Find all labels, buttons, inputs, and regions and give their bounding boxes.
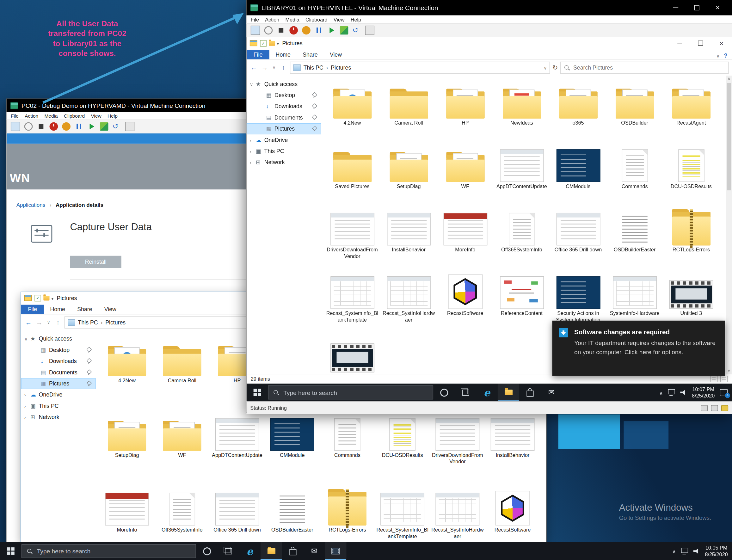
address-bar[interactable]: This PC Pictures — [290, 62, 550, 74]
ribbon-tab[interactable]: Home — [269, 50, 297, 59]
file-item[interactable]: Camera Roll — [380, 79, 437, 134]
minimize-button[interactable] — [665, 0, 686, 15]
nav-item[interactable]: Documents — [247, 112, 321, 123]
menu-item[interactable]: File — [251, 16, 259, 22]
menu-item[interactable]: Help — [108, 113, 118, 119]
menu-item[interactable]: Media — [44, 113, 58, 119]
show-hidden-icons-button[interactable] — [672, 547, 676, 556]
file-item[interactable]: Off365SystemInfo — [155, 486, 210, 541]
task-view-button[interactable] — [218, 542, 239, 560]
nav-item[interactable]: Downloads — [247, 101, 321, 112]
revert-button[interactable] — [353, 26, 361, 35]
help-icon[interactable] — [724, 51, 727, 59]
file-item[interactable]: AppDTContentUpdate — [210, 412, 265, 467]
file-item[interactable]: OSDBuilderEaster — [265, 486, 320, 541]
turn-off-button[interactable] — [49, 122, 58, 131]
edge-button[interactable] — [476, 384, 498, 401]
file-item[interactable]: InstallBehavior — [380, 206, 437, 261]
taskbar-search-box[interactable] — [268, 385, 433, 399]
file-item[interactable]: Recast_SystemInfo_BlankTemplate — [324, 270, 381, 325]
shutdown-button[interactable] — [302, 26, 311, 35]
quick-access-properties-icon[interactable] — [260, 40, 267, 46]
menu-item[interactable]: Action — [25, 113, 38, 119]
revert-button[interactable] — [113, 122, 121, 131]
menu-item[interactable]: File — [11, 113, 19, 119]
ctrl-alt-del-button[interactable] — [11, 122, 20, 131]
file-item[interactable]: RecastSoftware — [485, 486, 540, 541]
nav-item[interactable]: › This PC — [21, 400, 95, 411]
ribbon-tab[interactable]: Home — [44, 305, 71, 314]
checkpoint-button[interactable] — [100, 122, 108, 131]
file-item[interactable]: InstallBehavior — [485, 412, 540, 467]
tree-chevron-icon[interactable]: ∨ — [24, 336, 30, 341]
file-item[interactable]: OSDBuilder — [606, 79, 663, 134]
nav-item[interactable]: › This PC — [247, 145, 321, 157]
volume-icon[interactable] — [693, 548, 700, 554]
file-item[interactable]: Commands — [606, 143, 663, 198]
file-item[interactable]: Recast_SystInfoHardwaer — [380, 270, 437, 325]
quick-access-properties-icon[interactable] — [34, 295, 41, 301]
file-item[interactable]: Commands — [320, 412, 375, 467]
file-item[interactable] — [324, 333, 381, 374]
breadcrumb-this-pc[interactable]: This PC — [78, 319, 98, 326]
file-explorer-button[interactable] — [498, 384, 519, 401]
file-item[interactable]: 4.2New — [324, 79, 381, 134]
refresh-button[interactable] — [552, 64, 558, 72]
tree-chevron-icon[interactable]: › — [250, 160, 256, 165]
recent-locations-dropdown[interactable]: ∨ — [46, 320, 52, 325]
resume-button[interactable] — [87, 122, 96, 131]
tree-chevron-icon[interactable]: › — [24, 415, 30, 420]
reinstall-button[interactable]: Reinstall — [70, 256, 121, 268]
file-item[interactable]: Office 365 Drill down — [550, 206, 606, 261]
pause-button[interactable] — [315, 26, 323, 35]
forward-button[interactable]: → — [261, 64, 269, 71]
menu-item[interactable]: Action — [265, 16, 279, 22]
nav-item[interactable]: Desktop — [247, 89, 321, 101]
file-item[interactable]: OSDBuilderEaster — [606, 206, 663, 261]
taskbar-search-input[interactable] — [36, 547, 191, 555]
ribbon-tab[interactable]: View — [324, 50, 348, 59]
file-item[interactable]: DriversDownloadFromVendor — [324, 206, 381, 261]
tree-chevron-icon[interactable]: › — [250, 149, 256, 154]
start-button[interactable] — [247, 384, 268, 401]
nav-item[interactable]: Documents — [21, 367, 95, 378]
explorer-titlebar[interactable]: Pictures — [247, 37, 732, 49]
store-button[interactable] — [282, 542, 304, 560]
tab-file[interactable]: File — [21, 305, 44, 314]
file-item[interactable]: Untitled 3 — [663, 270, 719, 325]
menu-item[interactable]: Media — [286, 16, 299, 22]
nav-item[interactable]: › OneDrive — [21, 389, 95, 400]
file-item[interactable]: MoreInfo — [437, 206, 494, 261]
mail-button[interactable] — [304, 542, 325, 560]
quick-access-dropdown-icon[interactable] — [51, 295, 53, 301]
file-item[interactable]: Camera Roll — [155, 337, 210, 392]
stop-vm-button[interactable] — [277, 26, 286, 35]
file-item[interactable]: SetupDiag — [380, 143, 437, 198]
network-icon[interactable] — [668, 389, 675, 394]
file-item[interactable]: RecastSoftware — [437, 270, 494, 325]
enhanced-session-button[interactable] — [125, 122, 135, 131]
nav-item[interactable]: › Network — [247, 157, 321, 168]
store-button[interactable] — [519, 384, 541, 401]
file-item[interactable]: SystemInfo-Hardware — [606, 270, 663, 325]
file-item[interactable]: RCTLogs-Errors — [320, 486, 375, 541]
taskbar-clock[interactable]: 10:05 PM 8/25/2020 — [705, 545, 728, 558]
ctrl-alt-del-button[interactable] — [251, 26, 260, 35]
start-vm-button[interactable] — [264, 26, 273, 35]
up-button[interactable]: ↑ — [279, 64, 288, 71]
menu-item[interactable]: Clipboard — [64, 113, 85, 119]
action-center-button[interactable]: 4 — [720, 389, 728, 396]
minimize-button[interactable] — [669, 37, 690, 49]
cortana-button[interactable] — [196, 542, 218, 560]
file-item[interactable]: Office 365 Drill down — [210, 486, 265, 541]
turn-off-button[interactable] — [289, 26, 298, 35]
tree-chevron-icon[interactable]: › — [24, 392, 30, 397]
file-item[interactable]: RecastAgent — [663, 79, 719, 134]
toast-notification[interactable]: Software changes are required Your IT de… — [552, 321, 725, 376]
file-item[interactable]: WF — [155, 412, 210, 467]
taskbar-search-box[interactable] — [22, 544, 196, 558]
library01-vm-window[interactable]: LIBRARY01 on HYPERVINTEL - Virtual Machi… — [247, 0, 732, 413]
expand-ribbon-icon[interactable] — [716, 51, 720, 59]
file-item[interactable]: RCTLogs-Errors — [663, 206, 719, 261]
cortana-button[interactable] — [433, 384, 455, 401]
